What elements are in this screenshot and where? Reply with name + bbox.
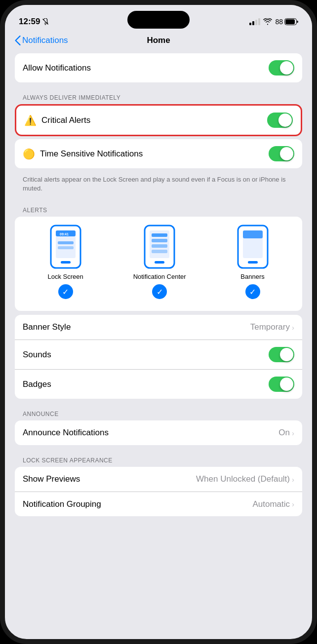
announce-notifications-row[interactable]: Announce Notifications On › <box>15 420 302 445</box>
banner-style-row[interactable]: Banner Style Temporary › <box>15 315 302 340</box>
toggle-knob <box>280 378 293 391</box>
banner-style-value: Temporary › <box>250 322 294 332</box>
always-deliver-description: Critical alerts appear on the Lock Scree… <box>15 172 302 199</box>
svg-text:09:41: 09:41 <box>60 232 69 236</box>
critical-alerts-row: ⚠️ Critical Alerts <box>16 106 301 135</box>
time-sensitive-label: Time Sensitive Notifications <box>40 149 143 159</box>
notification-center-check[interactable]: ✓ <box>152 284 167 299</box>
banners-check[interactable]: ✓ <box>245 284 260 299</box>
lock-screen-label: Lock Screen <box>47 273 83 280</box>
critical-alerts-toggle[interactable] <box>267 113 293 128</box>
svg-rect-14 <box>152 250 167 253</box>
announce-notifications-label: Announce Notifications <box>23 428 109 438</box>
sounds-row: Sounds <box>15 340 302 369</box>
allow-notifications-section: Allow Notifications <box>15 53 302 82</box>
notification-center-item[interactable]: Notification Center ✓ <box>133 225 186 299</box>
alerts-card: 09:41 Lock Screen ✓ <box>15 217 302 311</box>
lock-screen-item[interactable]: 09:41 Lock Screen ✓ <box>47 225 83 299</box>
svg-rect-8 <box>61 261 71 264</box>
announce-section: ANNOUNCE Announce Notifications On › <box>15 403 302 445</box>
alerts-section-label: ALERTS <box>15 199 302 217</box>
back-chevron-icon <box>15 36 21 45</box>
mute-icon <box>42 18 49 25</box>
back-button[interactable]: Notifications <box>15 36 68 45</box>
time-sensitive-toggle[interactable] <box>269 146 294 161</box>
critical-alerts-label: Critical Alerts <box>41 115 90 125</box>
banners-phone-icon <box>236 225 270 269</box>
lock-screen-check[interactable]: ✓ <box>58 284 73 299</box>
announce-chevron: › <box>292 429 294 437</box>
signal-icon <box>249 18 260 25</box>
announce-notifications-value-group: On › <box>278 428 294 438</box>
main-content: Allow Notifications ALWAYS DELIVER IMMED… <box>5 49 312 632</box>
status-icons: 88 <box>249 18 298 26</box>
svg-rect-18 <box>243 230 263 238</box>
time-sensitive-label-group: 🟡 Time Sensitive Notifications <box>23 148 143 160</box>
show-previews-value-group: When Unlocked (Default) › <box>196 474 294 484</box>
lock-screen-appearance-card: Show Previews When Unlocked (Default) › … <box>15 467 302 516</box>
nav-bar: Notifications Home <box>5 32 312 49</box>
toggle-knob <box>280 348 293 361</box>
wifi-icon <box>263 18 272 25</box>
clock-icon: 🟡 <box>23 148 35 160</box>
svg-rect-13 <box>152 244 167 248</box>
svg-rect-1 <box>285 19 295 24</box>
page-title: Home <box>147 36 170 45</box>
toggle-knob <box>280 61 293 75</box>
battery-icon: 88 <box>275 18 298 26</box>
notification-grouping-label: Notification Grouping <box>23 499 101 509</box>
toggle-knob <box>280 147 293 160</box>
badges-label: Badges <box>23 379 51 389</box>
banner-style-label: Banner Style <box>23 322 71 332</box>
toggle-knob <box>278 114 292 127</box>
notification-center-phone-icon <box>143 225 176 269</box>
show-previews-row[interactable]: Show Previews When Unlocked (Default) › <box>15 467 302 492</box>
svg-rect-12 <box>152 239 167 242</box>
sounds-toggle[interactable] <box>269 347 294 362</box>
time-sensitive-card: 🟡 Time Sensitive Notifications <box>15 139 302 168</box>
banners-label: Banners <box>240 273 264 280</box>
allow-notifications-card: Allow Notifications <box>15 53 302 82</box>
notification-grouping-row[interactable]: Notification Grouping Automatic › <box>15 492 302 516</box>
options-section: Banner Style Temporary › Sounds Badges <box>15 315 302 399</box>
critical-alerts-label-group: ⚠️ Critical Alerts <box>24 114 90 126</box>
show-previews-label: Show Previews <box>23 474 80 484</box>
battery-shape <box>284 18 298 25</box>
status-time: 12:59 <box>19 17 49 27</box>
show-previews-value: When Unlocked (Default) <box>196 474 290 484</box>
notification-grouping-chevron: › <box>292 500 294 508</box>
time-sensitive-row: 🟡 Time Sensitive Notifications <box>15 139 302 168</box>
battery-level: 88 <box>275 18 283 26</box>
lock-screen-appearance-label: LOCK SCREEN APPEARANCE <box>15 449 302 467</box>
banner-style-value-text: Temporary <box>250 322 290 332</box>
critical-alerts-highlighted-card: ⚠️ Critical Alerts <box>15 104 302 136</box>
dynamic-island <box>127 11 190 29</box>
show-previews-chevron: › <box>292 475 294 484</box>
announce-notifications-value: On <box>278 428 290 438</box>
time-display: 12:59 <box>19 17 40 27</box>
notification-grouping-value: Automatic <box>252 499 290 509</box>
banner-style-chevron: › <box>292 323 294 332</box>
allow-notifications-row: Allow Notifications <box>15 53 302 82</box>
warning-icon: ⚠️ <box>24 114 37 126</box>
svg-rect-19 <box>248 261 258 264</box>
banners-item[interactable]: Banners ✓ <box>236 225 270 299</box>
lock-screen-appearance-section: LOCK SCREEN APPEARANCE Show Previews Whe… <box>15 449 302 516</box>
svg-rect-11 <box>152 233 167 237</box>
svg-rect-6 <box>58 241 74 244</box>
sounds-label: Sounds <box>23 350 51 360</box>
allow-notifications-label: Allow Notifications <box>23 63 91 73</box>
lock-screen-phone-icon: 09:41 <box>49 225 82 269</box>
options-card: Banner Style Temporary › Sounds Badges <box>15 315 302 399</box>
allow-notifications-toggle[interactable] <box>269 60 294 76</box>
notification-grouping-value-group: Automatic › <box>252 499 294 509</box>
svg-rect-15 <box>155 261 164 264</box>
badges-toggle[interactable] <box>269 377 294 392</box>
always-deliver-label: ALWAYS DELIVER IMMEDIATELY <box>15 86 302 104</box>
always-deliver-section: ALWAYS DELIVER IMMEDIATELY ⚠️ Critical A… <box>15 86 302 199</box>
svg-rect-7 <box>58 246 74 249</box>
announce-section-label: ANNOUNCE <box>15 403 302 420</box>
notification-center-label: Notification Center <box>133 273 186 280</box>
badges-row: Badges <box>15 369 302 399</box>
alerts-section: ALERTS 09:41 <box>15 199 302 311</box>
